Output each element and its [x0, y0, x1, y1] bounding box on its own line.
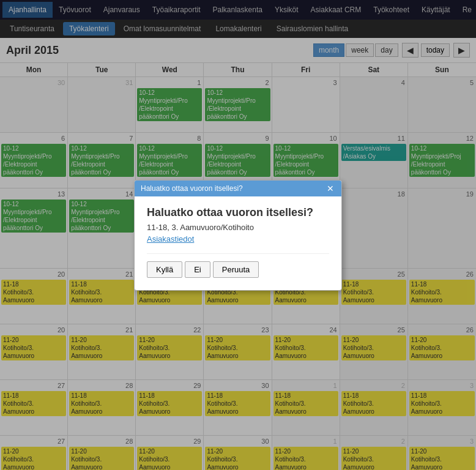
modal-body: Haluatko ottaa vuoron itsellesi? 11-18, … — [135, 196, 341, 290]
modal-title: Haluatko ottaa vuoron itsellesi? — [141, 184, 243, 193]
btn-kylla[interactable]: Kyllä — [147, 261, 182, 278]
modal-buttons: Kyllä Ei Peruuta — [147, 253, 329, 278]
modal-overlay: Haluatko ottaa vuoron itsellesi? ✕ Halua… — [0, 0, 476, 470]
modal-dialog: Haluatko ottaa vuoron itsellesi? ✕ Halua… — [134, 180, 342, 291]
btn-ei[interactable]: Ei — [185, 261, 210, 278]
modal-heading: Haluatko ottaa vuoron itsellesi? — [147, 206, 329, 219]
btn-peruuta[interactable]: Peruuta — [213, 261, 259, 278]
modal-link[interactable]: Asiakastiedot — [147, 234, 329, 244]
modal-sub: 11-18, 3. Aamuvuoro/Kotihoito — [147, 223, 329, 232]
modal-titlebar: Haluatko ottaa vuoron itsellesi? ✕ — [135, 181, 341, 196]
modal-close-button[interactable]: ✕ — [325, 184, 335, 193]
